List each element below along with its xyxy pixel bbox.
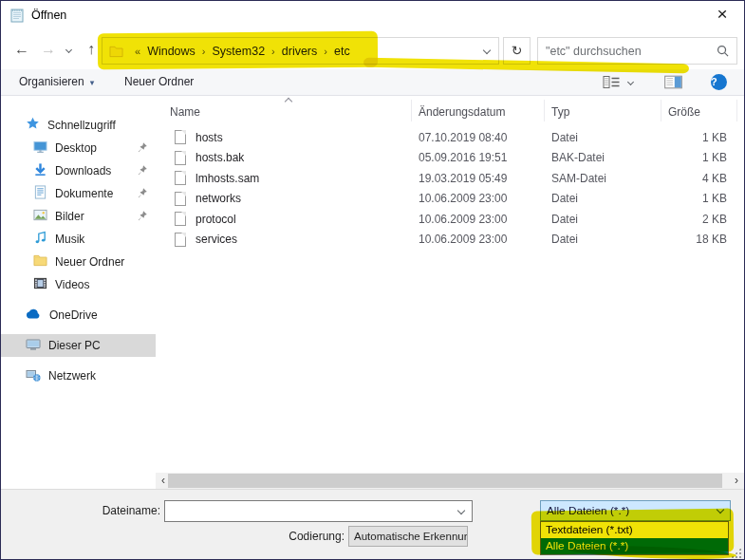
file-row[interactable]: hosts 07.10.2019 08:40 Datei 1 KB bbox=[156, 127, 744, 148]
network-icon bbox=[26, 367, 41, 385]
file-row[interactable]: hosts.bak 05.09.2016 19:51 BAK-Datei 1 K… bbox=[156, 148, 744, 169]
sidebar-item-dieser-pc[interactable]: Dieser PC bbox=[1, 334, 156, 357]
file-icon bbox=[175, 130, 196, 144]
navigation-bar: ← → ↑ « Windows › System32 › drivers › e… bbox=[1, 29, 744, 69]
star-icon bbox=[26, 117, 40, 134]
pin-icon bbox=[137, 187, 148, 198]
filetype-dropdown-list: Textdateien (*.txt) Alle Dateien (*.*) bbox=[540, 521, 729, 555]
encoding-combobox[interactable]: Automatische Erkennun bbox=[348, 526, 468, 547]
cloud-icon bbox=[26, 308, 42, 323]
title-bar: Öffnen × bbox=[1, 1, 744, 29]
sidebar-item-netzwerk[interactable]: Netzwerk bbox=[1, 364, 156, 387]
breadcrumb-overflow[interactable]: « bbox=[135, 46, 140, 57]
column-divider[interactable] bbox=[661, 100, 661, 121]
filename-combo[interactable] bbox=[164, 500, 473, 522]
navigation-sidebar: Schnellzugriff Desktop Downloads Dokumen… bbox=[1, 96, 156, 487]
file-icon bbox=[175, 171, 196, 185]
file-list-pane: Name Änderungsdatum Typ Größe hosts 07.1… bbox=[156, 96, 744, 471]
history-chevron-icon[interactable] bbox=[60, 29, 77, 69]
address-bar[interactable]: « Windows › System32 › drivers › etc bbox=[102, 37, 499, 65]
file-icon bbox=[175, 212, 196, 226]
search-input[interactable] bbox=[538, 45, 717, 58]
view-list-icon[interactable] bbox=[603, 75, 620, 89]
sidebar-item-musik[interactable]: Musik bbox=[1, 228, 156, 251]
file-row[interactable]: services 10.06.2009 23:00 Datei 18 KB bbox=[156, 230, 744, 251]
column-headers: Name Änderungsdatum Typ Größe bbox=[156, 96, 744, 124]
picture-icon bbox=[33, 208, 47, 225]
download-arrow-icon bbox=[33, 162, 47, 179]
breadcrumb-separator: › bbox=[324, 46, 327, 57]
organize-button[interactable]: Organisieren▾ bbox=[19, 69, 94, 95]
notepad-icon bbox=[9, 8, 25, 23]
pin-icon bbox=[137, 164, 148, 176]
column-header-date[interactable]: Änderungsdatum bbox=[419, 105, 505, 119]
breadcrumb-separator: › bbox=[202, 46, 206, 57]
file-row[interactable]: networks 10.06.2009 23:00 Datei 1 KB bbox=[156, 189, 744, 210]
chevron-down-icon bbox=[717, 506, 724, 513]
folder-icon bbox=[109, 45, 123, 58]
filetype-option-textdateien[interactable]: Textdateien (*.txt) bbox=[541, 522, 728, 538]
horizontal-scrollbar[interactable]: ‹ › bbox=[156, 473, 744, 489]
sidebar-item-desktop[interactable]: Desktop bbox=[1, 137, 156, 159]
scroll-right-icon[interactable]: › bbox=[729, 473, 744, 489]
search-icon[interactable] bbox=[717, 45, 729, 57]
filetype-option-alle-dateien[interactable]: Alle Dateien (*.*) bbox=[541, 538, 728, 554]
column-divider[interactable] bbox=[736, 100, 737, 121]
filetype-value: Alle Dateien (*.*) bbox=[541, 504, 629, 517]
file-icon bbox=[175, 233, 196, 247]
refresh-icon[interactable]: ↻ bbox=[503, 37, 531, 65]
address-dropdown-icon[interactable] bbox=[475, 45, 498, 58]
film-icon bbox=[33, 276, 47, 293]
scrollbar-thumb[interactable] bbox=[168, 474, 722, 488]
pin-icon bbox=[137, 210, 148, 221]
document-icon bbox=[33, 185, 47, 202]
sidebar-item-onedrive[interactable]: OneDrive bbox=[1, 304, 156, 327]
chevron-down-icon[interactable] bbox=[457, 506, 465, 513]
encoding-label: Codierung: bbox=[240, 526, 345, 548]
preview-pane-icon[interactable] bbox=[664, 75, 682, 89]
file-rows: hosts 07.10.2019 08:40 Datei 1 KB hosts.… bbox=[156, 127, 744, 250]
sidebar-item-bilder[interactable]: Bilder bbox=[1, 205, 156, 228]
open-file-dialog: Öffnen × ← → ↑ « Windows › System32 › dr… bbox=[0, 0, 745, 560]
column-header-size[interactable]: Größe bbox=[668, 105, 700, 119]
forward-icon[interactable]: → bbox=[37, 29, 60, 69]
pin-icon bbox=[137, 141, 148, 153]
sidebar-item-neuer-ordner[interactable]: Neuer Ordner bbox=[1, 251, 156, 273]
command-toolbar: Organisieren▾ Neuer Ordner ? bbox=[1, 69, 744, 96]
breadcrumb-segment-etc[interactable]: etc bbox=[334, 45, 350, 58]
resize-grip[interactable] bbox=[731, 548, 741, 558]
column-header-name[interactable]: Name bbox=[170, 105, 200, 119]
breadcrumb-separator: › bbox=[271, 46, 275, 57]
help-icon[interactable]: ? bbox=[711, 74, 727, 90]
new-folder-button[interactable]: Neuer Ordner bbox=[124, 69, 194, 95]
column-divider[interactable] bbox=[544, 100, 545, 121]
file-row[interactable]: lmhosts.sam 19.03.2019 05:49 SAM-Datei 4… bbox=[156, 168, 744, 189]
music-note-icon bbox=[33, 231, 47, 248]
monitor-icon bbox=[33, 140, 47, 157]
back-icon[interactable]: ← bbox=[9, 29, 35, 69]
breadcrumb-segment-drivers[interactable]: drivers bbox=[282, 45, 318, 58]
breadcrumb-segment-windows[interactable]: Windows bbox=[147, 45, 196, 58]
sidebar-item-schnellzugriff[interactable]: Schnellzugriff bbox=[1, 114, 156, 137]
column-header-type[interactable]: Typ bbox=[551, 105, 569, 119]
filename-label: Dateiname: bbox=[39, 500, 160, 522]
search-box[interactable] bbox=[537, 37, 737, 65]
file-icon bbox=[175, 151, 196, 165]
sidebar-item-dokumente[interactable]: Dokumente bbox=[1, 182, 156, 205]
breadcrumb-segment-system32[interactable]: System32 bbox=[213, 45, 266, 58]
up-icon[interactable]: ↑ bbox=[79, 29, 103, 69]
file-row[interactable]: protocol 10.06.2009 23:00 Datei 2 KB bbox=[156, 209, 744, 230]
file-icon bbox=[175, 192, 196, 206]
folder-icon bbox=[33, 253, 47, 271]
filetype-combobox[interactable]: Alle Dateien (*.*) bbox=[540, 500, 731, 521]
view-options-caret-icon[interactable] bbox=[628, 80, 633, 86]
window-title: Öffnen bbox=[31, 1, 66, 29]
close-icon[interactable]: × bbox=[700, 1, 744, 29]
column-divider[interactable] bbox=[411, 100, 412, 121]
sidebar-item-videos[interactable]: Videos bbox=[1, 273, 156, 296]
sidebar-item-downloads[interactable]: Downloads bbox=[1, 159, 156, 182]
filename-input[interactable] bbox=[165, 505, 458, 518]
chevron-down-icon: ▾ bbox=[90, 78, 95, 87]
computer-icon bbox=[26, 337, 41, 355]
sort-ascending-icon bbox=[285, 98, 292, 105]
